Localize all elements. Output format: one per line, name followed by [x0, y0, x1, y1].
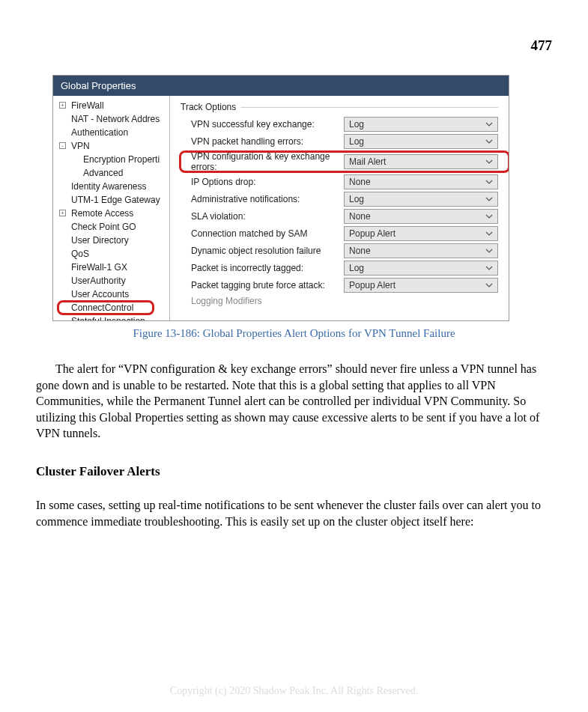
option-value: Popup Alert — [349, 280, 395, 290]
paragraph-2: In some cases, setting up real-time noti… — [36, 497, 552, 529]
tree-item[interactable]: Stateful Inspection — [58, 314, 169, 320]
dialog-global-properties: Global Properties +FireWallNAT - Network… — [52, 75, 509, 321]
paragraph-1: The alert for “VPN configuration & key e… — [36, 361, 552, 442]
option-row: VPN configuration & key exchange errors:… — [181, 151, 498, 172]
figure-caption: Figure 13-186: Global Properties Alert O… — [36, 327, 552, 340]
section-label: Track Options — [181, 102, 236, 112]
tree-item-label: Encryption Properti — [58, 154, 160, 165]
option-row: Packet is incorrectly tagged:Log — [181, 261, 498, 276]
option-row: VPN packet handling errors:Log — [181, 134, 498, 149]
expand-icon[interactable]: + — [59, 210, 66, 216]
option-select[interactable]: Log — [344, 134, 498, 149]
tree-item[interactable]: NAT - Network Addres — [58, 112, 169, 126]
tree-item-label: UserAuthority — [58, 276, 126, 286]
option-row: Administrative notifications:Log — [181, 192, 498, 207]
heading-cluster-failover: Cluster Failover Alerts — [36, 464, 552, 479]
chevron-down-icon — [485, 230, 493, 237]
option-label: Packet tagging brute force attack: — [181, 280, 344, 290]
tree-item-label: FireWall-1 GX — [58, 262, 127, 273]
option-row: Connection matched by SAMPopup Alert — [181, 226, 498, 241]
chevron-down-icon — [485, 282, 493, 289]
option-select[interactable]: None — [344, 174, 498, 189]
option-select[interactable]: Log — [344, 117, 498, 132]
copyright-footer: Copyright (c) 2020 Shadow Peak Inc. All … — [0, 685, 588, 697]
option-value: Log — [349, 119, 364, 130]
option-value: Log — [349, 194, 364, 204]
option-select[interactable]: Log — [344, 192, 498, 207]
divider — [240, 107, 498, 108]
chevron-down-icon — [485, 264, 493, 272]
option-label: Administrative notifications: — [181, 194, 344, 204]
tree-item-label: Advanced — [58, 168, 123, 178]
tree-item[interactable]: Encryption Properti — [58, 153, 169, 166]
option-label: Packet is incorrectly tagged: — [181, 263, 344, 273]
tree-item[interactable]: +Remote Access — [58, 207, 169, 220]
option-label: SLA violation: — [181, 211, 344, 222]
dialog-title: Global Properties — [53, 76, 509, 96]
chevron-down-icon — [485, 247, 493, 255]
option-value: None — [349, 246, 371, 256]
tree-item[interactable]: -VPN — [58, 139, 169, 153]
option-row: Dynamic object resolution failureNone — [181, 243, 498, 258]
tree-item-label: ConnectControl — [58, 302, 133, 313]
option-label: VPN configuration & key exchange errors: — [181, 151, 344, 172]
tree-item[interactable]: UserAuthority — [58, 274, 169, 287]
option-value: None — [349, 177, 371, 187]
option-select[interactable]: None — [344, 243, 498, 258]
options-pane: Track Options VPN successful key exchang… — [170, 96, 509, 320]
tree-item[interactable]: Authentication — [58, 126, 169, 139]
option-value: Mail Alert — [349, 156, 386, 167]
option-select[interactable]: Mail Alert — [344, 154, 498, 169]
option-label: Connection matched by SAM — [181, 228, 344, 239]
tree-item[interactable]: ConnectControl — [58, 301, 169, 314]
chevron-down-icon — [485, 121, 493, 128]
chevron-down-icon — [485, 138, 493, 145]
tree-item-label: Remote Access — [58, 208, 133, 219]
option-select[interactable]: Log — [344, 261, 498, 276]
tree-item-label: UTM-1 Edge Gateway — [58, 195, 160, 205]
tree-pane: +FireWallNAT - Network AddresAuthenticat… — [53, 96, 170, 320]
option-select[interactable]: None — [344, 209, 498, 224]
tree-item-label: Identity Awareness — [58, 181, 147, 192]
collapse-icon[interactable]: - — [59, 142, 66, 149]
tree-item-label: NAT - Network Addres — [58, 114, 160, 124]
cutoff-section-label: Logging Modifiers — [181, 296, 498, 306]
tree-item[interactable]: User Accounts — [58, 287, 169, 301]
tree-item[interactable]: +FireWall — [58, 99, 169, 112]
option-value: Log — [349, 136, 364, 147]
option-value: Popup Alert — [349, 228, 395, 239]
chevron-down-icon — [485, 213, 493, 220]
option-value: None — [349, 211, 371, 222]
tree-item[interactable]: Identity Awareness — [58, 180, 169, 193]
option-row: IP Options drop:None — [181, 174, 498, 189]
chevron-down-icon — [485, 158, 493, 165]
option-value: Log — [349, 263, 364, 273]
tree-item[interactable]: Advanced — [58, 166, 169, 180]
option-label: Dynamic object resolution failure — [181, 246, 344, 256]
option-row: SLA violation:None — [181, 209, 498, 224]
tree-item-label: User Accounts — [58, 289, 129, 299]
chevron-down-icon — [485, 178, 493, 186]
tree-item-label: QoS — [58, 249, 89, 259]
option-label: IP Options drop: — [181, 177, 344, 187]
option-row: Packet tagging brute force attack:Popup … — [181, 278, 498, 293]
option-label: VPN successful key exchange: — [181, 119, 344, 130]
tree-item[interactable]: QoS — [58, 247, 169, 261]
tree-item[interactable]: FireWall-1 GX — [58, 261, 169, 274]
chevron-down-icon — [485, 195, 493, 203]
section-header: Track Options — [181, 102, 498, 112]
option-select[interactable]: Popup Alert — [344, 226, 498, 241]
option-select[interactable]: Popup Alert — [344, 278, 498, 293]
page-number: 477 — [531, 37, 553, 54]
tree-item[interactable]: UTM-1 Edge Gateway — [58, 193, 169, 207]
option-label: VPN packet handling errors: — [181, 136, 344, 147]
tree-item-label: Authentication — [58, 127, 128, 138]
tree-item-label: Stateful Inspection — [58, 316, 145, 320]
expand-icon[interactable]: + — [59, 102, 66, 109]
tree-item-label: Check Point GO — [58, 222, 136, 232]
tree-item[interactable]: Check Point GO — [58, 220, 169, 234]
option-row: VPN successful key exchange:Log — [181, 117, 498, 132]
tree-item[interactable]: User Directory — [58, 234, 169, 247]
tree-item-label: User Directory — [58, 235, 129, 246]
